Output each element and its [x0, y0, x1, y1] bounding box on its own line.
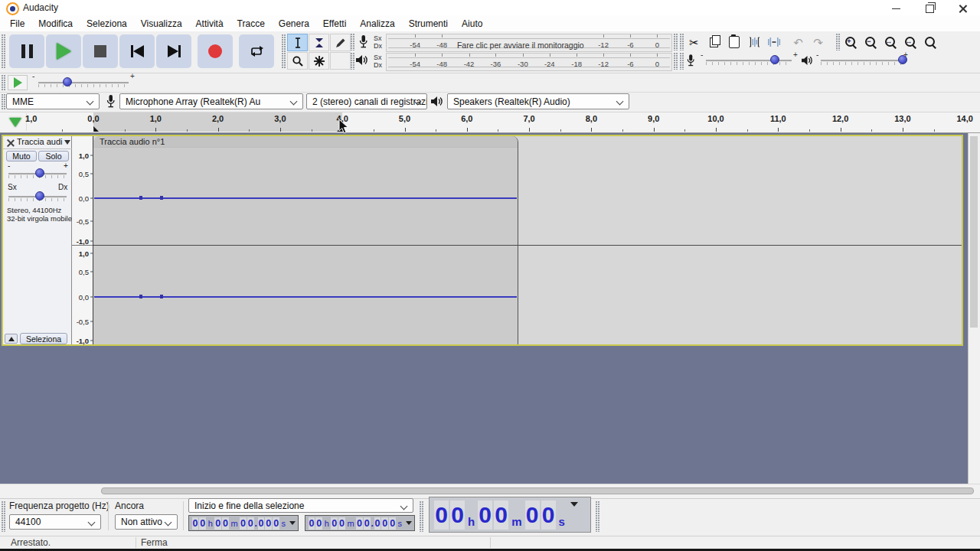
- selection-tool-button[interactable]: [287, 34, 308, 51]
- copy-button[interactable]: [704, 34, 724, 51]
- gain-slider[interactable]: [8, 168, 67, 180]
- audio-clip[interactable]: [93, 136, 518, 344]
- selection-mode-select[interactable]: Inizio e fine della selezione: [188, 498, 413, 513]
- time-digit[interactable]: 0: [309, 517, 315, 530]
- paste-button[interactable]: [724, 34, 743, 51]
- toolbar-grip[interactable]: [2, 34, 5, 68]
- toolbar-grip[interactable]: [2, 94, 5, 109]
- time-digit[interactable]: 0: [214, 517, 221, 530]
- audio-host-select[interactable]: MME: [6, 93, 100, 109]
- toolbar-grip[interactable]: [680, 53, 684, 70]
- toolbar-grip[interactable]: [351, 53, 354, 70]
- toolbar-grip[interactable]: [674, 53, 678, 70]
- toolbar-grip[interactable]: [836, 34, 840, 51]
- snap-select[interactable]: Non attivo: [115, 514, 178, 530]
- redo-button[interactable]: ↷: [808, 34, 828, 51]
- audio-position-display[interactable]: 00h00m00s: [429, 497, 591, 533]
- time-digit[interactable]: 0: [222, 517, 229, 530]
- audio-track[interactable]: Traccia audi Muto Solo - + Sx Dx Stereo,…: [2, 135, 963, 346]
- zoom-out-button[interactable]: −: [861, 34, 880, 51]
- pinned-play-head-button[interactable]: [5, 113, 27, 131]
- menu-attività[interactable]: Attività: [189, 16, 230, 31]
- project-rate-select[interactable]: 44100: [9, 514, 101, 530]
- time-unit[interactable]: m: [230, 519, 237, 528]
- big-time-digit[interactable]: 0: [478, 500, 492, 530]
- time-digit[interactable]: 0: [265, 517, 272, 530]
- big-time-digit[interactable]: 0: [525, 500, 540, 530]
- trim-audio-button[interactable]: [744, 34, 763, 51]
- vertical-scale-ruler[interactable]: 1,00,50,0-0,5-1,01,00,50,0-0,5-1,0: [72, 136, 93, 344]
- selection-start-time-field[interactable]: 00h00m00.000s: [188, 515, 299, 531]
- loop-button[interactable]: [239, 34, 274, 68]
- time-digit[interactable]: 0: [199, 517, 206, 530]
- playback-device-select[interactable]: Speakers (Realtek(R) Audio): [447, 93, 629, 109]
- silence-audio-button[interactable]: [764, 34, 783, 51]
- stop-button[interactable]: [83, 34, 118, 68]
- toolbar-grip[interactable]: [674, 34, 678, 51]
- zoom-tool-button[interactable]: [287, 52, 308, 70]
- time-unit[interactable]: h: [208, 519, 213, 528]
- time-digit[interactable]: 0: [389, 517, 396, 530]
- toolbar-grip[interactable]: [2, 75, 5, 90]
- time-unit[interactable]: m: [347, 519, 354, 528]
- recording-meter[interactable]: Fare clic per avviare il monitoraggio -5…: [386, 34, 672, 52]
- track-name-menu[interactable]: Traccia audi: [17, 137, 70, 146]
- menu-file[interactable]: File: [3, 16, 31, 31]
- play-at-speed-button[interactable]: [8, 75, 28, 90]
- record-button[interactable]: [198, 34, 233, 68]
- waveform-area[interactable]: Traccia audio n°1: [93, 136, 962, 344]
- time-unit[interactable]: h: [325, 519, 329, 528]
- time-digit[interactable]: 0: [331, 517, 338, 530]
- play-button[interactable]: [46, 34, 81, 68]
- big-time-digit[interactable]: 0: [541, 500, 556, 530]
- time-digit[interactable]: 0: [273, 517, 279, 530]
- clip-title-bar[interactable]: Traccia audio n°1: [93, 136, 518, 148]
- mute-button[interactable]: Muto: [6, 151, 37, 161]
- toolbar-grip[interactable]: [2, 501, 5, 532]
- big-time-unit[interactable]: m: [511, 515, 521, 532]
- horizontal-scrollbar-thumb[interactable]: [101, 487, 974, 494]
- big-time-digit[interactable]: 0: [450, 500, 465, 530]
- time-digit[interactable]: 0: [374, 517, 381, 530]
- time-digit[interactable]: 0: [381, 517, 388, 530]
- time-unit[interactable]: s: [398, 519, 403, 528]
- undo-button[interactable]: ↶: [789, 34, 808, 51]
- big-time-caret-icon[interactable]: [570, 502, 578, 507]
- slider-thumb[interactable]: [63, 77, 72, 86]
- menu-analizza[interactable]: Analizza: [353, 16, 401, 31]
- time-field-caret-icon[interactable]: [406, 521, 412, 525]
- toolbar-grip[interactable]: [420, 501, 423, 532]
- time-field-caret-icon[interactable]: [289, 521, 296, 525]
- pause-button[interactable]: [9, 34, 44, 68]
- multi-tool-button[interactable]: [309, 52, 329, 70]
- pan-slider[interactable]: [8, 191, 67, 203]
- time-digit[interactable]: 0: [364, 517, 371, 530]
- slider-thumb[interactable]: [770, 55, 779, 64]
- time-digit[interactable]: 0: [258, 517, 265, 530]
- draw-tool-button[interactable]: [330, 34, 351, 51]
- time-digit[interactable]: 0: [247, 517, 254, 530]
- track-area-background[interactable]: Traccia audi Muto Solo - + Sx Dx Stereo,…: [0, 133, 980, 484]
- timeline-ruler[interactable]: 1,00,01,02,03,04,05,06,07,08,09,010,011,…: [0, 112, 980, 133]
- menu-effetti[interactable]: Effetti: [316, 16, 353, 31]
- menu-modifica[interactable]: Modifica: [31, 16, 80, 31]
- skip-to-start-button[interactable]: [119, 34, 155, 68]
- time-digit[interactable]: 0: [356, 517, 363, 530]
- time-digit[interactable]: 0: [240, 517, 247, 530]
- playback-meter[interactable]: -54-48-42-36-30-24-18-12-60: [386, 53, 672, 71]
- close-button[interactable]: [946, 0, 980, 17]
- time-digit[interactable]: 0: [338, 517, 345, 530]
- menu-genera[interactable]: Genera: [272, 16, 316, 31]
- time-separator[interactable]: .: [371, 518, 374, 529]
- toolbar-grip[interactable]: [680, 34, 684, 51]
- toolbar-grip[interactable]: [282, 34, 286, 68]
- solo-button[interactable]: Solo: [38, 151, 69, 161]
- big-time-digit[interactable]: 0: [434, 500, 449, 530]
- menu-visualizza[interactable]: Visualizza: [134, 16, 189, 31]
- big-time-unit[interactable]: s: [559, 515, 565, 532]
- menu-strumenti[interactable]: Strumenti: [402, 16, 455, 31]
- zoom-in-button[interactable]: +: [841, 34, 860, 51]
- fit-project-button[interactable]: ↔: [900, 34, 920, 51]
- toolbar-grip[interactable]: [596, 501, 599, 532]
- time-unit[interactable]: s: [282, 519, 286, 528]
